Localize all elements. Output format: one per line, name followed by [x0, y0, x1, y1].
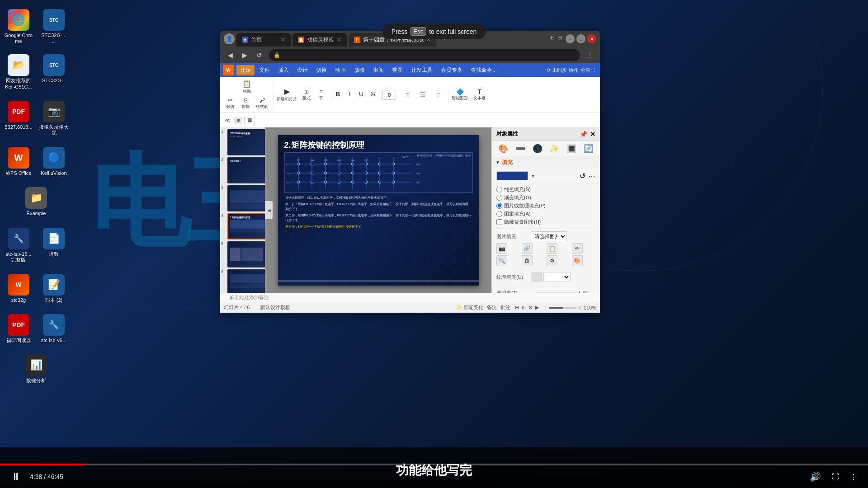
- img-btn-4[interactable]: ✏: [572, 243, 583, 254]
- props-icon-fill[interactable]: 🎨: [498, 144, 508, 154]
- tab-template-close[interactable]: ✕: [337, 37, 341, 43]
- window-close[interactable]: ✕: [587, 34, 596, 43]
- props-icon-line[interactable]: ➖: [515, 144, 525, 154]
- forward-button[interactable]: ▶: [238, 49, 251, 61]
- view-normal[interactable]: ⊞: [514, 304, 520, 311]
- radio-gradient[interactable]: 渐变填充(G): [496, 194, 595, 201]
- window-maximize[interactable]: □: [576, 34, 585, 43]
- ribbon-textbox[interactable]: T 文本框: [471, 87, 488, 102]
- settings-button[interactable]: ⋮: [848, 471, 859, 483]
- radio-gradient-input[interactable]: [496, 195, 502, 201]
- props-close-icon[interactable]: ✕: [590, 131, 595, 138]
- icon-pdf2[interactable]: PDF 福昕阅读器: [2, 312, 35, 345]
- ribbon-underline[interactable]: U: [356, 89, 367, 100]
- texture-select[interactable]: [543, 272, 571, 282]
- slide-thumb-6[interactable]: [227, 269, 265, 293]
- menu-kaifa[interactable]: 开发工具: [407, 65, 436, 75]
- fill-color-arrow[interactable]: ▼: [531, 174, 535, 178]
- img-btn-6[interactable]: 🗑: [522, 255, 533, 266]
- icon-isp2[interactable]: 🔧 stc-isp-v6...: [37, 312, 71, 345]
- img-fill-select[interactable]: 请选择图片: [531, 231, 567, 241]
- view-present[interactable]: ▶: [534, 304, 540, 311]
- radio-solid-input[interactable]: [496, 187, 502, 192]
- back-button[interactable]: ◀: [224, 49, 236, 61]
- props-pin[interactable]: 📌: [580, 131, 587, 138]
- ribbon-collapse[interactable]: ≪: [223, 116, 232, 124]
- radio-pattern-input[interactable]: [496, 211, 502, 217]
- img-btn-8[interactable]: 🎨: [572, 255, 583, 266]
- zoom-plus[interactable]: +: [578, 304, 582, 311]
- ribbon-italic[interactable]: I: [344, 89, 355, 100]
- panel-toggle[interactable]: ◀: [265, 201, 273, 219]
- ribbon-cut[interactable]: ✂ 剪切: [223, 96, 237, 111]
- slide-scrollbar[interactable]: [278, 280, 479, 282]
- ribbon-section[interactable]: ≡ 节: [314, 88, 328, 102]
- props-icon-glow[interactable]: ✨: [549, 144, 559, 154]
- menu-shenyue[interactable]: 审阅: [369, 65, 387, 75]
- menu-shitu[interactable]: 视图: [388, 65, 406, 75]
- ribbon-smartshape[interactable]: 🔷 智能图形: [449, 87, 470, 102]
- icon-camera[interactable]: 📷 摄像头录像大屁: [37, 99, 71, 138]
- menu-wenj[interactable]: 文件: [255, 65, 274, 75]
- slide-thumb-2[interactable]: 矩阵按键简介: [227, 157, 265, 183]
- icon-stc32g1[interactable]: STC STC32G-......: [37, 7, 71, 46]
- slide-thumb-1[interactable]: STC32G单片机教程 第十四章：矩阵按键: [227, 129, 265, 155]
- img-btn-7[interactable]: ⚙: [547, 255, 557, 266]
- refresh-button[interactable]: ↺: [253, 49, 265, 61]
- menu-charu[interactable]: 插入: [274, 65, 292, 75]
- img-btn-2[interactable]: 🔗: [522, 243, 533, 254]
- ribbon-bold[interactable]: B: [332, 89, 343, 100]
- icon-keil[interactable]: 🔵 Keil uVision: [37, 145, 71, 178]
- icon-wps[interactable]: W WPS Office: [2, 145, 35, 178]
- radio-pattern[interactable]: 图案填充(A): [496, 211, 595, 217]
- view-read[interactable]: ⊠: [528, 304, 533, 311]
- icon-pdf1[interactable]: PDF 5327.6013...: [2, 99, 35, 138]
- fill-color-box[interactable]: [496, 171, 528, 180]
- icon-analysis[interactable]: 📊 按键分析: [18, 352, 54, 385]
- ribbon-outline[interactable]: ≡: [234, 117, 242, 124]
- statusbar-ai[interactable]: ✨ 智能美化: [456, 304, 483, 311]
- menu-share2[interactable]: 分享: [580, 67, 590, 74]
- zoom-minus[interactable]: −: [543, 304, 547, 311]
- volume-button[interactable]: 🔊: [808, 469, 823, 484]
- ribbon-paste[interactable]: 📋 粘贴: [240, 79, 254, 95]
- extensions-button[interactable]: ⋮: [584, 49, 596, 61]
- fill-reset-icon[interactable]: ↺: [580, 172, 585, 180]
- ribbon-newslide[interactable]: ▶ 新建幻灯片: [274, 86, 299, 103]
- slide-thumb-5[interactable]: [227, 241, 265, 267]
- slide-thumb-3[interactable]: [227, 185, 265, 211]
- checkbox-hide-bg[interactable]: [496, 219, 502, 225]
- statusbar-notes[interactable]: 备注: [487, 304, 497, 311]
- browser-profile[interactable]: 👤: [224, 33, 235, 44]
- ribbon-align-left[interactable]: ≡: [400, 90, 415, 99]
- slide-thumb-4[interactable]: 2.矩阵按键控制原理: [227, 213, 265, 239]
- slide-notes[interactable]: ≡ 单击此处添加备注: [220, 293, 600, 302]
- ribbon-align-right[interactable]: ≡: [431, 90, 445, 99]
- icon-notes[interactable]: 📝 码本 (2): [37, 272, 71, 305]
- transparency-slider[interactable]: [536, 292, 576, 293]
- props-fill-section-header[interactable]: ▼ 填充: [492, 157, 600, 169]
- view-slide[interactable]: ⊡: [521, 304, 527, 311]
- radio-solid[interactable]: 纯色填充(S): [496, 186, 595, 193]
- ribbon-strikethrough[interactable]: S: [368, 89, 378, 100]
- menu-sheji[interactable]: 设计: [293, 65, 311, 75]
- ribbon-format[interactable]: 🖌 格式刷: [254, 96, 270, 111]
- img-btn-5[interactable]: 🔍: [496, 255, 507, 266]
- font-size-input[interactable]: [382, 90, 396, 100]
- window-minimize[interactable]: ─: [566, 34, 575, 43]
- ribbon-align-center[interactable]: ☰: [415, 90, 430, 99]
- menu-qiehuan[interactable]: 切换: [312, 65, 330, 75]
- img-btn-3[interactable]: 📋: [547, 243, 557, 254]
- play-pause-button[interactable]: ⏸: [9, 469, 23, 484]
- menu-share[interactable]: 协作: [569, 67, 579, 74]
- img-btn-1[interactable]: 📷: [496, 243, 507, 254]
- ribbon-layout[interactable]: ⊞ 版式: [299, 88, 314, 102]
- radio-picture[interactable]: 图片或纹理填充(P): [496, 202, 595, 209]
- statusbar-comments[interactable]: 批注: [500, 304, 510, 311]
- menu-huiyuan[interactable]: 会员专享: [437, 65, 466, 75]
- icon-recommended[interactable]: 📂 网友推荐的Keil-C51C...: [2, 52, 35, 91]
- menu-kaishi[interactable]: 开始: [236, 65, 255, 75]
- zoom-slider[interactable]: [549, 307, 576, 309]
- icon-example[interactable]: 📁 Example: [18, 185, 54, 218]
- radio-picture-input[interactable]: [496, 203, 502, 209]
